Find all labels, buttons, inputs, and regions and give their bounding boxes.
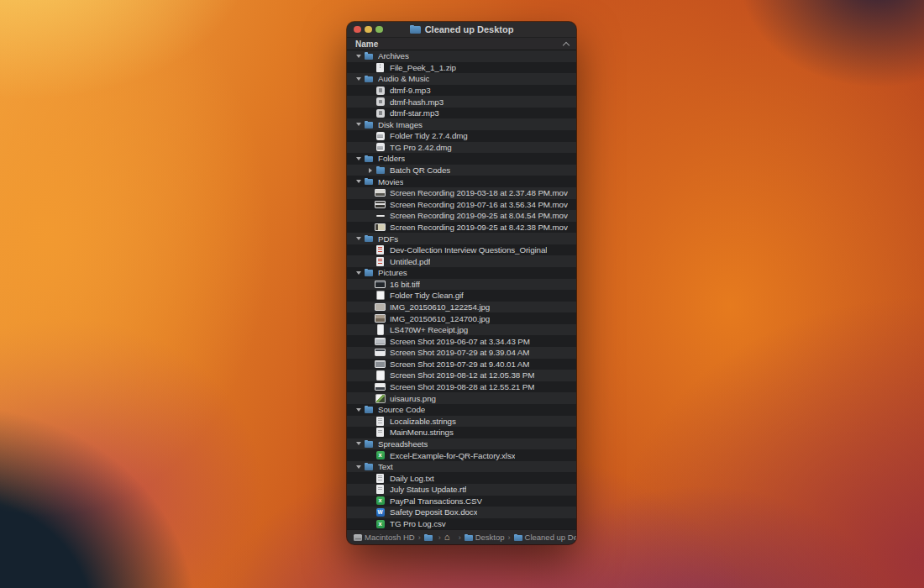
- file-row-folder[interactable]: Source Code: [347, 404, 576, 416]
- file-name: Folder Tidy Clean.gif: [390, 291, 464, 300]
- folder-icon: [364, 73, 374, 85]
- close-button[interactable]: [354, 26, 361, 34]
- file-row[interactable]: LS470W+ Receipt.jpg: [347, 324, 576, 336]
- file-row-folder[interactable]: Pictures: [347, 267, 576, 279]
- file-type-mov1-icon: [375, 187, 386, 199]
- file-type-excel-icon: [375, 449, 386, 461]
- disclosure-triangle-icon[interactable]: [353, 157, 364, 160]
- pathbar-item[interactable]: Cleaned up Desktop: [514, 533, 576, 542]
- file-row[interactable]: Safety Deposit Box.docx: [347, 507, 576, 518]
- file-type-txt-icon: [375, 472, 386, 484]
- file-row[interactable]: Screen Recording 2019-07-16 at 3.56.34 P…: [347, 199, 576, 211]
- file-row[interactable]: Screen Shot 2019-07-29 at 9.40.01 AM: [347, 359, 576, 370]
- disclosure-triangle-icon[interactable]: [353, 237, 364, 240]
- file-row[interactable]: Screen Shot 2019-06-07 at 3.34.43 PM: [347, 335, 576, 347]
- file-name: Screen Recording 2019-07-16 at 3.56.34 P…: [390, 200, 568, 209]
- disclosure-triangle-icon[interactable]: [353, 55, 364, 58]
- file-row[interactable]: Daily Log.txt: [347, 472, 576, 484]
- file-row[interactable]: Screen Shot 2019-08-28 at 12.55.21 PM: [347, 381, 576, 393]
- disclosure-triangle-icon[interactable]: [353, 123, 364, 126]
- file-type-shot3-icon: [375, 359, 386, 370]
- file-row-folder[interactable]: Audio & Music: [347, 73, 576, 85]
- disclosure-triangle-icon[interactable]: [353, 408, 364, 412]
- file-name: Excel-Example-for-QR-Factory.xlsx: [390, 451, 515, 460]
- folder-icon: [364, 438, 374, 450]
- file-row[interactable]: Screen Recording 2019-09-25 at 8.42.38 P…: [347, 222, 576, 234]
- file-row[interactable]: Excel-Example-for-QR-Factory.xlsx: [347, 449, 576, 461]
- pathbar-item[interactable]: Desktop: [465, 533, 505, 542]
- file-row-folder[interactable]: Text: [347, 461, 576, 473]
- file-row[interactable]: Screen Recording 2019-03-18 at 2.37.48 P…: [347, 187, 576, 199]
- file-type-jpg2-icon: [375, 312, 386, 324]
- file-row[interactable]: Localizable.strings: [347, 416, 576, 428]
- file-row[interactable]: IMG_20150610_122254.jpg: [347, 302, 576, 313]
- file-row[interactable]: IMG_20150610_124700.jpg: [347, 312, 576, 324]
- pathbar-item[interactable]: Macintosh HD: [354, 533, 415, 542]
- file-name: Screen Shot 2019-06-07 at 3.34.43 PM: [390, 337, 530, 346]
- disclosure-triangle-icon[interactable]: [353, 77, 364, 81]
- finder-window: Cleaned up Desktop Name ArchivesFile_Pee…: [347, 22, 576, 544]
- file-type-dmg-icon: [375, 130, 386, 142]
- file-row[interactable]: Untitled.pdf: [347, 255, 576, 267]
- file-type-csv-icon: [375, 518, 386, 529]
- file-row[interactable]: PayPal Transactions.CSV: [347, 496, 576, 507]
- file-name: Daily Log.txt: [390, 474, 434, 483]
- file-row-folder[interactable]: Archives: [347, 50, 576, 62]
- file-row-folder[interactable]: Spreadsheets: [347, 438, 576, 450]
- pathbar-separator-icon: ›: [438, 533, 441, 542]
- file-row[interactable]: Screen Shot 2019-08-12 at 12.05.38 PM: [347, 370, 576, 381]
- path-bar: Macintosh HD›››Desktop›Cleaned up Deskto…: [347, 529, 576, 544]
- file-name: Untitled.pdf: [390, 257, 430, 266]
- pathbar-item[interactable]: [444, 533, 455, 542]
- file-row[interactable]: TG Pro 2.42.dmg: [347, 142, 576, 154]
- file-type-receipt-icon: [375, 324, 386, 336]
- disk-icon: [354, 533, 362, 542]
- file-row[interactable]: Screen Shot 2019-07-29 at 9.39.04 AM: [347, 347, 576, 359]
- name-column-header[interactable]: Name: [347, 38, 576, 50]
- file-row[interactable]: 16 bit.tiff: [347, 279, 576, 291]
- disclosure-triangle-icon[interactable]: [353, 465, 364, 469]
- file-name: Spreadsheets: [378, 439, 428, 449]
- folder-icon: [364, 153, 374, 165]
- file-row-folder[interactable]: Batch QR Codes: [347, 165, 576, 176]
- desktop-wallpaper: Cleaned up Desktop Name ArchivesFile_Pee…: [0, 0, 924, 588]
- pathbar-item[interactable]: [424, 533, 435, 542]
- file-row[interactable]: dtmf-9.mp3: [347, 85, 576, 97]
- file-type-audio-icon: [375, 96, 386, 108]
- file-row-folder[interactable]: PDFs: [347, 233, 576, 244]
- file-type-zip-icon: [375, 62, 386, 74]
- file-row[interactable]: Dev-Collection Interview Questions_Origi…: [347, 244, 576, 256]
- home-icon: [444, 533, 453, 542]
- file-row[interactable]: TG Pro Log.csv: [347, 518, 576, 529]
- file-row[interactable]: Screen Recording 2019-09-25 at 8.04.54 P…: [347, 210, 576, 222]
- file-row-folder[interactable]: Disk Images: [347, 118, 576, 130]
- zoom-button[interactable]: [375, 26, 383, 34]
- file-type-csv-icon: [375, 496, 386, 507]
- window-titlebar[interactable]: Cleaned up Desktop: [347, 22, 576, 38]
- file-type-dmg-icon: [375, 142, 386, 154]
- file-row[interactable]: dtmf-hash.mp3: [347, 96, 576, 108]
- disclosure-triangle-icon[interactable]: [353, 180, 364, 183]
- file-row-folder[interactable]: Folders: [347, 153, 576, 165]
- minimize-button[interactable]: [365, 26, 372, 34]
- file-row[interactable]: File_Peek_1_1.zip: [347, 62, 576, 74]
- file-name: File_Peek_1_1.zip: [390, 63, 456, 72]
- pathbar-separator-icon: ›: [508, 533, 511, 542]
- file-row[interactable]: Folder Tidy 2.7.4.dmg: [347, 130, 576, 142]
- file-list: ArchivesFile_Peek_1_1.zipAudio & Musicdt…: [347, 50, 576, 529]
- file-row[interactable]: Folder Tidy Clean.gif: [347, 290, 576, 302]
- file-row-folder[interactable]: Movies: [347, 176, 576, 187]
- disclosure-triangle-icon[interactable]: [353, 442, 364, 445]
- disclosure-triangle-icon[interactable]: [353, 271, 364, 275]
- file-name: Text: [378, 462, 393, 471]
- file-row[interactable]: uisaurus.png: [347, 392, 576, 404]
- pathbar-separator-icon: ›: [418, 533, 421, 542]
- file-type-rtf-icon: [375, 484, 386, 496]
- folder-icon: [514, 533, 522, 542]
- file-row[interactable]: dtmf-star.mp3: [347, 108, 576, 119]
- file-row[interactable]: July Status Update.rtf: [347, 484, 576, 496]
- disclosure-triangle-icon[interactable]: [365, 168, 375, 173]
- file-row[interactable]: MainMenu.strings: [347, 427, 576, 438]
- file-name: Folders: [378, 154, 405, 163]
- file-type-tiff-icon: [375, 279, 386, 291]
